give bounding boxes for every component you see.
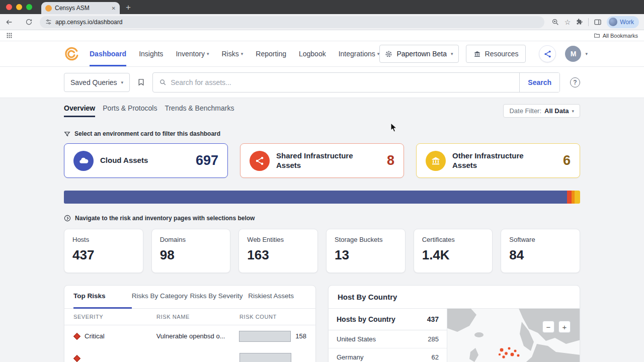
severity-label: Critical	[85, 332, 105, 340]
metric-card-web-entities[interactable]: Web Entities 163	[238, 229, 318, 273]
tab-ports-protocols[interactable]: Ports & Protocols	[103, 104, 157, 116]
metric-card-software[interactable]: Software 84	[501, 229, 580, 273]
country-list-header: Hosts by Country 437	[329, 309, 447, 330]
browser-tab[interactable]: Censys ASM ✕	[41, 2, 120, 14]
col-severity: SEVERITY	[73, 314, 156, 320]
zoom-out-button[interactable]: −	[542, 321, 554, 333]
tab-risks-by-category[interactable]: Risks By Category	[132, 292, 190, 308]
metric-cards: Hosts 437 Domains 98 Web Entities 163 St…	[64, 229, 580, 273]
account-chevron-down-icon[interactable]: ▾	[585, 51, 588, 56]
search-field[interactable]	[153, 73, 519, 92]
metric-label: Certificates	[422, 236, 485, 243]
zoom-in-button[interactable]: +	[558, 321, 571, 333]
share-network-button[interactable]	[539, 45, 556, 62]
nav-dashboard[interactable]: Dashboard	[90, 41, 126, 66]
metric-card-domains[interactable]: Domains 98	[151, 229, 231, 273]
bookmark-icon[interactable]	[137, 78, 145, 86]
env-card-label: Shared Infrastructure Assets	[276, 151, 359, 170]
search-button[interactable]: Search	[519, 73, 559, 92]
severity-icon	[73, 354, 80, 361]
env-card-shared-infrastructure[interactable]: Shared Infrastructure Assets 8	[240, 143, 404, 178]
metric-value: 98	[160, 247, 222, 263]
chevron-down-icon: ▾	[121, 80, 124, 85]
extensions-icon[interactable]	[576, 18, 583, 26]
chevron-down-icon: ▾	[207, 51, 209, 56]
metric-card-certificates[interactable]: Certificates 1.4K	[414, 229, 493, 273]
url-text: app.censys.io/dashboard	[55, 19, 122, 26]
col-risk-count: RISK COUNT	[239, 314, 306, 320]
world-map-graphic	[447, 309, 580, 362]
env-card-value: 6	[563, 153, 571, 168]
risk-count-bar	[239, 353, 291, 362]
circle-arrow-icon	[64, 215, 71, 222]
nav-risks[interactable]: Risks▾	[222, 41, 244, 66]
apps-grid-icon[interactable]	[6, 32, 13, 39]
nav-insights[interactable]: Insights	[139, 41, 163, 66]
tab-riskiest-assets[interactable]: Riskiest Assets	[248, 292, 306, 308]
env-card-cloud-assets[interactable]: Cloud Assets 697	[64, 143, 228, 178]
env-card-value: 8	[387, 153, 394, 168]
zoom-icon[interactable]	[551, 18, 559, 26]
country-name: Germany	[337, 353, 363, 361]
refresh-icon[interactable]	[25, 18, 33, 26]
env-card-other-infrastructure[interactable]: Other Infrastructure Assets 6	[416, 143, 580, 178]
bookmark-star-icon[interactable]: ☆	[565, 19, 571, 26]
risk-count-bar	[239, 331, 291, 342]
address-bar[interactable]: app.censys.io/dashboard	[40, 16, 544, 28]
metric-label: Storage Buckets	[335, 236, 397, 243]
table-row[interactable]	[64, 347, 315, 362]
nav-logbook[interactable]: Logbook	[299, 41, 326, 66]
env-card-value: 697	[196, 153, 218, 168]
library-icon	[473, 50, 481, 58]
date-filter-dropdown[interactable]: Date Filter: All Data ▾	[503, 104, 580, 118]
minimize-window-button[interactable]	[16, 4, 22, 10]
fullscreen-window-button[interactable]	[26, 4, 32, 10]
new-tab-button[interactable]: +	[126, 3, 131, 12]
list-item[interactable]: United States 285	[329, 330, 447, 348]
stacked-bar-segment-other-b	[575, 191, 580, 204]
back-icon[interactable]	[5, 18, 13, 26]
tab-overview[interactable]: Overview	[64, 104, 95, 117]
side-panel-icon[interactable]	[594, 18, 602, 26]
chevron-down-icon: ▾	[241, 51, 244, 56]
tab-risks-by-severity[interactable]: Risks By Severity	[190, 292, 249, 308]
env-card-label: Other Infrastructure Assets	[452, 151, 535, 170]
search-input[interactable]	[171, 78, 513, 86]
risk-name: Vulnerable openbsd o...	[156, 332, 239, 340]
search-icon	[159, 78, 167, 86]
site-settings-icon[interactable]	[45, 19, 52, 25]
metric-label: Software	[509, 236, 572, 243]
main-nav: Dashboard Insights Inventory▾ Risks▾ Rep…	[90, 41, 379, 66]
metric-value: 437	[72, 247, 135, 263]
user-avatar[interactable]: M	[565, 46, 581, 62]
gear-icon	[385, 50, 392, 58]
country-map[interactable]: − +	[447, 309, 580, 362]
nav-reporting[interactable]: Reporting	[256, 41, 286, 66]
table-row[interactable]: Critical Vulnerable openbsd o... 158	[64, 325, 315, 347]
saved-queries-dropdown[interactable]: Saved Queries ▾	[64, 73, 130, 92]
risk-panel-tabs: Top Risks Risks By Category Risks By Sev…	[64, 286, 315, 309]
host-by-country-panel: Host By Country Hosts by Country 437 Uni…	[328, 285, 580, 362]
nav-inventory[interactable]: Inventory▾	[176, 41, 209, 66]
asset-search: Search	[152, 72, 560, 93]
tab-top-risks[interactable]: Top Risks	[73, 292, 132, 309]
resources-button[interactable]: Resources	[466, 45, 526, 63]
metric-card-hosts[interactable]: Hosts 437	[64, 229, 143, 273]
metric-card-storage-buckets[interactable]: Storage Buckets 13	[326, 229, 406, 273]
environment-stacked-bar[interactable]	[64, 191, 580, 204]
metric-value: 1.4K	[422, 247, 485, 263]
help-icon[interactable]: ?	[570, 77, 580, 87]
navigate-hint: Navigate to the risk and inventory pages…	[64, 215, 580, 222]
workspace-selector[interactable]: Papertown Beta ▾	[379, 45, 458, 63]
stacked-bar-segment-shared	[567, 191, 571, 204]
metric-label: Hosts	[72, 236, 135, 243]
tab-close-icon[interactable]: ✕	[112, 6, 116, 11]
metric-value: 163	[247, 247, 309, 263]
tab-trends-benchmarks[interactable]: Trends & Benchmarks	[165, 104, 234, 116]
critical-severity-icon	[73, 332, 80, 339]
nav-integrations[interactable]: Integrations▾	[339, 41, 380, 66]
all-bookmarks[interactable]: All Bookmarks	[594, 32, 638, 39]
browser-profile-chip[interactable]: Work	[607, 16, 639, 28]
close-window-button[interactable]	[6, 4, 12, 10]
list-item[interactable]: Germany 62	[329, 348, 447, 362]
